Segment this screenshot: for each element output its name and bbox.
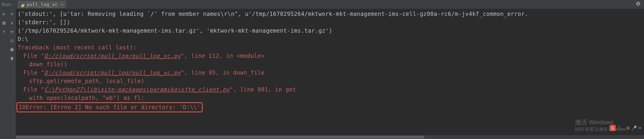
traceback-code: with open(localpath, "wb") as fl:: [18, 94, 642, 102]
ime-bar[interactable]: S 英 , ☺ 🎤 ⌨: [610, 125, 641, 131]
svg-point-0: [22, 4, 22, 4]
run-tab[interactable]: pull_log_xc ×: [18, 1, 66, 8]
traceback-header: Traceback (most recent call last):: [18, 43, 642, 52]
arrow-down-icon[interactable]: [9, 20, 14, 26]
arrow-up-icon[interactable]: [9, 12, 14, 17]
svg-rect-2: [2, 22, 6, 22]
svg-rect-3: [2, 23, 6, 23]
traceback-frame: File "D:/cloud/script/pull_log/pull_log_…: [18, 52, 642, 60]
ime-lang[interactable]: 英: [617, 125, 621, 131]
close-icon[interactable]: ×: [61, 2, 64, 7]
error-line: IOError: [Errno 2] No such file or direc…: [18, 102, 642, 112]
keyboard-icon[interactable]: ⌨: [638, 125, 641, 131]
wrap-icon[interactable]: [9, 29, 14, 34]
smile-icon[interactable]: ☺: [627, 125, 630, 131]
file-link[interactable]: D:/cloud/script/pull_log/pull_log_xc.py: [44, 69, 181, 76]
scrollbar-thumb[interactable]: [16, 136, 424, 139]
python-icon: [20, 2, 25, 6]
play-icon[interactable]: [2, 12, 6, 17]
traceback-code: sftp.get(remote_path, local_file): [18, 77, 642, 85]
layout-icon[interactable]: [2, 20, 6, 26]
mic-icon[interactable]: 🎤: [631, 125, 637, 131]
ime-punct[interactable]: ,: [623, 126, 625, 131]
pin-icon[interactable]: [2, 29, 6, 34]
file-link[interactable]: C:\Python27\lib\site-packages\paramiko\s…: [44, 86, 230, 93]
console-line: ('stdout:', [u'tar: Removing leading `/'…: [18, 10, 642, 18]
ime-logo-icon[interactable]: S: [610, 125, 616, 131]
file-link[interactable]: D:/cloud/script/pull_log/pull_log_xc.py: [44, 53, 181, 59]
top-bar: Run: pull_log_xc ×: [0, 0, 644, 9]
trash-icon[interactable]: [9, 56, 14, 61]
run-label: Run:: [2, 2, 13, 7]
console-line: ('stderr:', []): [18, 18, 642, 27]
console-line: ('/tmp/1670295264/mktwork-mkt-management…: [18, 27, 642, 35]
svg-point-1: [23, 6, 24, 7]
traceback-code: down_file(): [18, 60, 642, 69]
console-line: D:\: [18, 35, 642, 43]
print-icon[interactable]: [9, 47, 14, 52]
left-toolbar-1: [0, 9, 8, 139]
console-output[interactable]: ('stdout:', [u'tar: Removing leading `/'…: [16, 9, 644, 139]
tab-label: pull_log_xc: [27, 2, 58, 7]
traceback-frame: File "D:/cloud/script/pull_log/pull_log_…: [18, 69, 642, 77]
gear-icon[interactable]: [636, 1, 641, 7]
horizontal-scrollbar[interactable]: [16, 135, 644, 139]
svg-rect-4: [2, 24, 6, 24]
traceback-frame: File "C:\Python27\lib\site-packages\para…: [18, 85, 642, 94]
left-toolbar-2: [8, 9, 16, 139]
scroll-icon[interactable]: [9, 38, 14, 43]
